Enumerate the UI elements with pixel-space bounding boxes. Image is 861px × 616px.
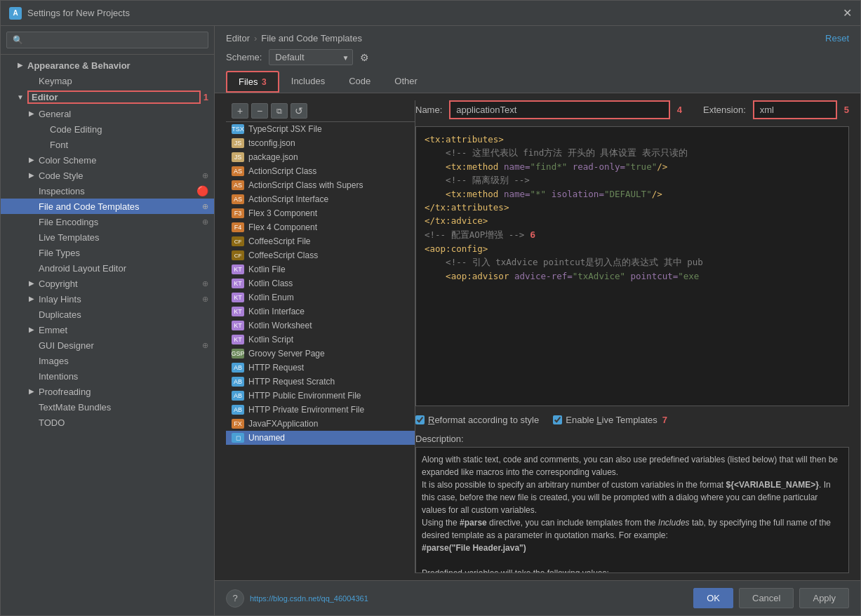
file-item-unnamed[interactable]: ◻ Unnamed xyxy=(226,431,415,445)
sidebar-label-proofreading: Proofreading xyxy=(39,387,208,397)
sidebar-item-keymap[interactable]: Keymap xyxy=(1,73,214,88)
sidebar-item-inspections[interactable]: Inspections 🔴 xyxy=(1,183,214,199)
name-input[interactable] xyxy=(449,100,670,119)
tab-code[interactable]: Code xyxy=(337,71,382,93)
sidebar-item-intentions[interactable]: Intentions xyxy=(1,368,214,384)
expand-arrow-copyright: ▶ xyxy=(26,278,37,289)
file-item-http-private[interactable]: AB HTTP Private Environment File xyxy=(226,403,415,417)
expand-arrow-keymap xyxy=(26,75,37,86)
breadcrumb-file-code-templates: File and Code Templates xyxy=(261,33,362,43)
tab-code-label: Code xyxy=(349,76,371,86)
sidebar-item-general[interactable]: ▶ General xyxy=(1,106,214,121)
expand-arrow-color-scheme: ▶ xyxy=(26,154,37,166)
file-item-http-request[interactable]: AB HTTP Request xyxy=(226,361,415,375)
expand-arrow-inlay-hints: ▶ xyxy=(26,293,37,304)
file-label-kotlin-enum: Kotlin Enum xyxy=(248,293,294,302)
file-label-kotlin-interface: Kotlin Interface xyxy=(248,307,305,316)
sidebar-item-file-types[interactable]: File Types xyxy=(1,245,214,260)
file-item-flex3[interactable]: F3 Flex 3 Component xyxy=(226,206,415,220)
code-line-7: </tx:advice> xyxy=(425,214,840,227)
sidebar-item-duplicates[interactable]: Duplicates xyxy=(1,307,214,322)
file-label-as-class-supers: ActionScript Class with Supers xyxy=(248,180,363,190)
sidebar-item-font[interactable]: Font xyxy=(1,137,214,152)
sidebar-item-file-encodings[interactable]: File Encodings ⊕ xyxy=(1,214,214,229)
file-item-kotlin-class[interactable]: KT Kotlin Class xyxy=(226,276,415,290)
live-templates-checkbox-input[interactable] xyxy=(553,415,562,424)
file-item-as-class[interactable]: AS ActionScript Class xyxy=(226,164,415,178)
file-item-kotlin-enum[interactable]: KT Kotlin Enum xyxy=(226,290,415,304)
file-label-as-class: ActionScript Class xyxy=(248,166,316,176)
icon-right-copyright: ⊕ xyxy=(202,279,208,288)
close-button[interactable]: ✕ xyxy=(843,6,852,20)
http-private-icon: AB xyxy=(232,405,244,415)
remove-button[interactable]: − xyxy=(251,103,268,119)
file-item-groovy-server[interactable]: GSP Groovy Server Page xyxy=(226,347,415,361)
file-item-http-scratch[interactable]: AB HTTP Request Scratch xyxy=(226,375,415,389)
file-item-kotlin-interface[interactable]: KT Kotlin Interface xyxy=(226,304,415,319)
sidebar-item-file-code-templates[interactable]: File and Code Templates ⊕ xyxy=(1,199,214,214)
sidebar-label-inspections: Inspections xyxy=(39,186,196,196)
title-bar: A Settings for New Projects ✕ xyxy=(1,1,860,26)
file-item-as-class-supers[interactable]: AS ActionScript Class with Supers xyxy=(226,178,415,192)
sidebar-label-code-style: Code Style xyxy=(39,170,202,181)
sidebar-item-color-scheme[interactable]: ▶ Color Scheme xyxy=(1,152,214,168)
sidebar-item-images[interactable]: Images xyxy=(1,353,214,368)
name-annotation: 4 xyxy=(677,105,682,115)
file-label-package: package.json xyxy=(248,152,298,162)
editor-content[interactable]: <tx:attributes> <!-- 这里代表以 find方法 开头的 具体… xyxy=(416,127,848,406)
sidebar-item-todo[interactable]: TODO xyxy=(1,415,214,430)
live-templates-checkbox[interactable]: Enable Live Templates 7 xyxy=(553,415,667,425)
reset-button[interactable]: Reset xyxy=(825,33,849,43)
flex4-icon: F4 xyxy=(232,222,244,232)
sidebar-item-textmate-bundles[interactable]: TextMate Bundles xyxy=(1,399,214,415)
file-item-flex4[interactable]: F4 Flex 4 Component xyxy=(226,220,415,234)
file-label-http-request: HTTP Request xyxy=(248,363,304,373)
file-item-tsconfig[interactable]: JS tsconfig.json xyxy=(226,136,415,150)
revert-button[interactable]: ↺ xyxy=(291,103,307,119)
file-item-kotlin-worksheet[interactable]: KT Kotlin Worksheet xyxy=(226,319,415,333)
sidebar-item-android-layout-editor[interactable]: Android Layout Editor xyxy=(1,260,214,276)
file-item-coffeescript-class[interactable]: CF CoffeeScript Class xyxy=(226,248,415,262)
sidebar-item-editor[interactable]: ▼ Editor 1 xyxy=(1,88,214,106)
file-item-kotlin-script[interactable]: KT Kotlin Script xyxy=(226,333,415,347)
sidebar-item-appearance[interactable]: ▶ Appearance & Behavior xyxy=(1,58,214,73)
file-item-http-public[interactable]: AB HTTP Public Environment File xyxy=(226,389,415,403)
sidebar-item-inlay-hints[interactable]: ▶ Inlay Hints ⊕ xyxy=(1,291,214,307)
file-item-javafx[interactable]: FX JavaFXApplication xyxy=(226,417,415,431)
sidebar-item-code-editing[interactable]: Code Editing xyxy=(1,121,214,137)
settings-window: A Settings for New Projects ✕ ▶ Appearan… xyxy=(0,0,861,616)
scheme-gear-icon[interactable]: ⚙ xyxy=(360,52,369,63)
scheme-select[interactable]: Default xyxy=(269,49,353,65)
ext-input[interactable] xyxy=(753,100,837,119)
footer-link[interactable]: https://blog.csdn.net/qq_46004361 xyxy=(250,594,368,603)
help-button[interactable]: ? xyxy=(226,589,244,608)
tab-includes[interactable]: Includes xyxy=(279,71,337,93)
reformat-checkbox[interactable]: Reformat according to style xyxy=(415,415,539,425)
sidebar-item-live-templates[interactable]: Live Templates xyxy=(1,229,214,245)
file-item-as-interface[interactable]: AS ActionScript Interface xyxy=(226,192,415,206)
coffeescript-class-icon: CF xyxy=(232,250,244,260)
reformat-checkbox-input[interactable] xyxy=(415,415,425,424)
file-item-package[interactable]: JS package.json xyxy=(226,150,415,164)
tab-files[interactable]: Files 3 xyxy=(226,71,279,93)
file-item-tsx[interactable]: TSX TypeScript JSX File xyxy=(226,122,415,136)
unnamed-icon: ◻ xyxy=(232,433,244,443)
sidebar-item-code-style[interactable]: ▶ Code Style ⊕ xyxy=(1,168,214,183)
file-item-coffeescript[interactable]: CF CoffeeScript File xyxy=(226,234,415,248)
package-icon: JS xyxy=(232,152,244,162)
editor-annotation: 1 xyxy=(203,92,208,102)
file-item-kotlin-file[interactable]: KT Kotlin File xyxy=(226,262,415,276)
apply-button[interactable]: Apply xyxy=(799,588,849,608)
search-box xyxy=(1,26,214,55)
ok-button[interactable]: OK xyxy=(693,588,733,608)
icon-right-fe: ⊕ xyxy=(202,217,208,227)
sidebar-item-proofreading[interactable]: ▶ Proofreading xyxy=(1,384,214,399)
add-button[interactable]: + xyxy=(232,103,248,119)
tab-other[interactable]: Other xyxy=(382,71,429,93)
sidebar-item-copyright[interactable]: ▶ Copyright ⊕ xyxy=(1,276,214,291)
sidebar-item-gui-designer[interactable]: GUI Designer ⊕ xyxy=(1,337,214,353)
sidebar-item-emmet[interactable]: ▶ Emmet xyxy=(1,322,214,337)
copy-button[interactable]: ⧉ xyxy=(271,103,288,119)
search-input[interactable] xyxy=(6,32,208,48)
cancel-button[interactable]: Cancel xyxy=(739,588,794,608)
